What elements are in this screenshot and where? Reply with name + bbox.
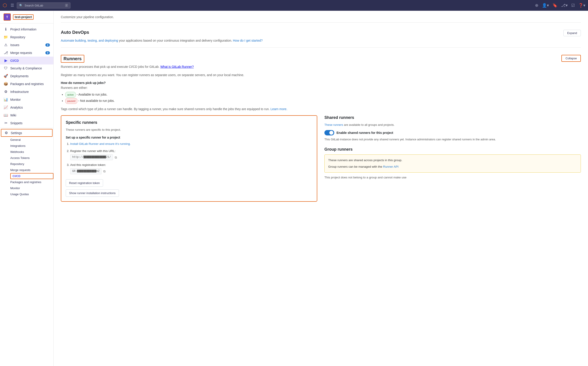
- runners-status-list: active - Available to run jobs. paused -…: [61, 91, 581, 104]
- sidebar-sub-cicd[interactable]: CI/CD: [10, 173, 53, 179]
- install-runner-link[interactable]: Install GitLab Runner and ensure it's ru…: [70, 142, 131, 145]
- these-runners-link[interactable]: These runners: [324, 123, 343, 126]
- merge-icon[interactable]: ⎇▾: [561, 3, 568, 8]
- settings-submenu: General Integrations Webhooks Access Tok…: [0, 137, 53, 197]
- runners-section-header: Runners Collapse: [61, 49, 581, 64]
- packages-icon: 📦: [4, 82, 8, 86]
- cicd-icon: ▶: [4, 58, 8, 63]
- group-runners-text1: These runners are shared across projects…: [328, 158, 577, 163]
- sidebar-item-security[interactable]: 🛡 Security & Compliance: [0, 64, 53, 72]
- search-icon: 🔍: [19, 4, 23, 7]
- sidebar-sub-merge-requests[interactable]: Merge requests: [10, 167, 53, 173]
- sidebar-nav: ℹ Project information 📁 Repository ⚠ Iss…: [0, 23, 53, 199]
- sidebar-item-monitor[interactable]: 📊 Monitor: [0, 96, 53, 103]
- sidebar-sub-packages[interactable]: Packages and registries: [10, 179, 53, 185]
- todo-icon[interactable]: ☑: [571, 3, 575, 8]
- sidebar-sub-usage-quotas[interactable]: Usage Quotas: [10, 191, 53, 197]
- sidebar-label: Repository: [10, 35, 25, 39]
- sidebar-sub-monitor[interactable]: Monitor: [10, 185, 53, 191]
- collapse-button[interactable]: Collapse: [561, 55, 581, 62]
- copy-url-icon[interactable]: ⧉: [115, 155, 117, 160]
- runners-are-text: Runners are either:: [61, 86, 581, 90]
- sidebar-item-merge-requests[interactable]: ⎇ Merge requests 0: [0, 49, 53, 57]
- sidebar-sub-access-tokens[interactable]: Access Tokens: [10, 155, 53, 161]
- group-note: This project does not belong to a group …: [324, 175, 581, 180]
- bookmark-icon[interactable]: 🔖: [552, 3, 557, 8]
- auto-devops-link1[interactable]: Automate building, testing, and deployin…: [61, 39, 118, 42]
- sidebar-label: CI/CD: [10, 59, 19, 62]
- token-code-row: GR-████████████mZ ⧉: [70, 168, 312, 174]
- customize-text: Customize your pipeline configuration.: [61, 11, 581, 19]
- sidebar-sub-repository[interactable]: Repository: [10, 161, 53, 167]
- enable-shared-runners-toggle-row: ✓ Enable shared runners for this project: [324, 130, 581, 135]
- copy-token-icon[interactable]: ⧉: [103, 169, 105, 174]
- sidebar-label: Security & Compliance: [10, 67, 42, 70]
- help-icon[interactable]: ❓▾: [578, 3, 585, 8]
- learn-more-link[interactable]: Learn more.: [271, 107, 287, 111]
- sidebar-item-project-information[interactable]: ℹ Project information: [0, 25, 53, 33]
- sidebar-item-settings[interactable]: ⚙ Settings: [1, 129, 52, 137]
- sidebar-sub-general[interactable]: General: [10, 137, 53, 143]
- reset-registration-token-button[interactable]: Reset registration token: [66, 179, 103, 187]
- shared-runners-rest: are available to all groups and projects…: [344, 123, 394, 126]
- sidebar-item-issues[interactable]: ⚠ Issues 0: [0, 41, 53, 49]
- runner-step-1: Install GitLab Runner and ensure it's ru…: [70, 141, 312, 146]
- runner-step-2: Register the runner with this URL: http:…: [70, 149, 312, 160]
- runner-steps-list: Install GitLab Runner and ensure it's ru…: [66, 141, 312, 174]
- what-is-runner-link[interactable]: What is GitLab Runner?: [160, 65, 194, 69]
- slash-badge: /: [65, 4, 68, 7]
- sidebar-label: Analytics: [10, 106, 23, 109]
- sidebar-item-wiki[interactable]: 📖 Wiki: [0, 111, 53, 119]
- runner-step-3: And this registration token: GR-████████…: [70, 162, 312, 174]
- sidebar-label: Packages and registries: [10, 82, 44, 86]
- active-badge: active: [65, 92, 76, 98]
- infrastructure-icon: ⚙: [4, 90, 8, 94]
- sidebar-item-packages[interactable]: 📦 Packages and registries: [0, 80, 53, 88]
- sidebar-item-cicd[interactable]: ▶ CI/CD: [0, 57, 53, 64]
- sidebar-label: Deployments: [10, 74, 29, 78]
- snippets-icon: ✂: [4, 121, 8, 125]
- repository-icon: 📁: [4, 35, 8, 39]
- profile-dropdown[interactable]: 👤▾: [542, 3, 549, 8]
- url-code-row: http://██████████████21/ ⧉: [70, 154, 312, 160]
- paused-status-item: paused - Not available to run jobs.: [65, 98, 581, 104]
- expand-button[interactable]: Expand: [563, 30, 581, 36]
- plus-icon[interactable]: ⊕: [535, 3, 538, 8]
- sidebar-label: Issues: [10, 43, 19, 47]
- hamburger-menu[interactable]: ☰: [10, 3, 14, 8]
- merge-requests-icon: ⎇: [4, 51, 8, 55]
- analytics-icon: 📈: [4, 105, 8, 109]
- auto-devops-desc: Automate building, testing, and deployin…: [61, 38, 581, 43]
- sidebar-label: Wiki: [10, 114, 16, 117]
- search-bar[interactable]: 🔍 Search GitLab /: [17, 2, 70, 8]
- search-placeholder: Search GitLab: [25, 4, 43, 7]
- sidebar-item-snippets[interactable]: ✂ Snippets: [0, 119, 53, 127]
- sidebar-item-analytics[interactable]: 📈 Analytics: [0, 103, 53, 111]
- specific-runners-box: Specific runners These runners are speci…: [61, 115, 317, 202]
- get-started-link[interactable]: How do I get started?: [233, 39, 263, 42]
- sidebar-sub-webhooks[interactable]: Webhooks: [10, 149, 53, 155]
- project-name[interactable]: test-project: [13, 14, 34, 20]
- group-runners-title: Group runners: [324, 147, 581, 152]
- shared-runners-section: Shared runners These runners are availab…: [324, 115, 581, 202]
- sidebar-item-infrastructure[interactable]: ⚙ Infrastructure: [0, 88, 53, 96]
- shared-runners-title: Shared runners: [324, 115, 581, 120]
- issues-icon: ⚠: [4, 43, 8, 47]
- sidebar-sub-integrations[interactable]: Integrations: [10, 143, 53, 149]
- show-runner-instructions-button[interactable]: Show runner installation instructions: [66, 189, 119, 197]
- specific-runners-desc: These runners are specific to this proje…: [66, 128, 312, 132]
- paused-desc: - Not available to run jobs.: [78, 99, 115, 103]
- gitlab-logo[interactable]: ⬡: [3, 2, 7, 8]
- sidebar-item-repository[interactable]: 📁 Repository: [0, 33, 53, 41]
- enable-shared-runners-label: Enable shared runners for this project: [337, 131, 393, 135]
- group-runners-box: These runners are shared across projects…: [324, 154, 581, 173]
- url-value: http://██████████████21/: [70, 154, 113, 160]
- sidebar-item-deployments[interactable]: 🚀 Deployments: [0, 72, 53, 80]
- setup-title: Set up a specific runner for a project: [66, 136, 312, 139]
- runner-api-link[interactable]: Runner API: [383, 165, 398, 168]
- auto-devops-desc-text: your applications based on your continuo…: [119, 39, 233, 42]
- enable-shared-runners-toggle[interactable]: ✓: [324, 130, 334, 135]
- runners-title: Runners: [61, 55, 84, 63]
- settings-icon: ⚙: [4, 131, 8, 135]
- auto-devops-title: Auto DevOps: [61, 30, 89, 35]
